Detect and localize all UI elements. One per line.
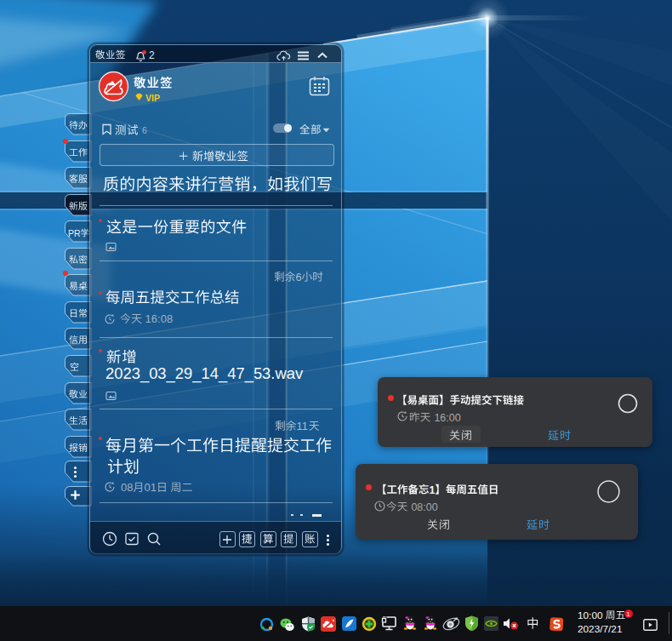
svg-text:08: 08 (121, 481, 133, 494)
svg-text:PR: PR (68, 227, 81, 238)
svg-text:2023/7/21: 2023/7/21 (578, 622, 622, 634)
svg-text:01: 01 (145, 481, 157, 494)
svg-text:6: 6 (295, 272, 301, 283)
svg-text:VIP: VIP (145, 93, 160, 103)
svg-text:16:08: 16:08 (145, 312, 174, 325)
svg-text:10:00: 10:00 (578, 609, 603, 621)
svg-text:1: 1 (430, 484, 436, 495)
svg-text:6: 6 (142, 124, 147, 134)
svg-text:08:00: 08:00 (411, 501, 437, 513)
svg-text:16:00: 16:00 (434, 412, 460, 424)
svg-text:2: 2 (149, 49, 155, 61)
svg-text:2023_03_29_14_47_53.wav: 2023_03_29_14_47_53.wav (105, 364, 304, 383)
svg-text:11: 11 (296, 419, 307, 432)
